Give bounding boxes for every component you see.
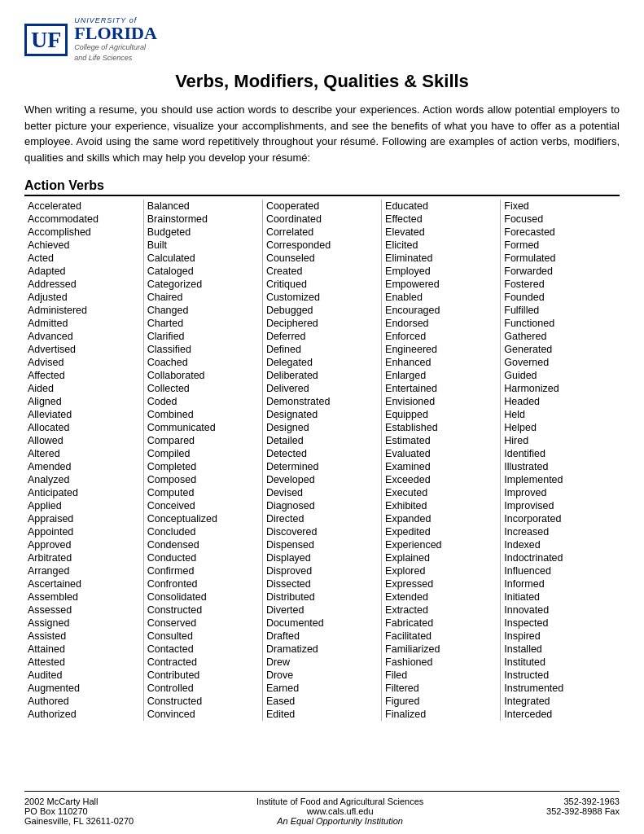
- verb-cell: Directed: [262, 512, 381, 525]
- verb-cell: Collected: [143, 382, 262, 395]
- verb-cell: Experienced: [382, 538, 501, 551]
- verb-cell: Detailed: [262, 434, 381, 447]
- verb-cell: Examined: [382, 460, 501, 473]
- verb-cell: Equipped: [382, 408, 501, 421]
- table-row: AffectedCollaboratedDeliberatedEnlargedG…: [24, 369, 620, 382]
- verb-cell: Audited: [24, 669, 143, 682]
- verb-cell: Assembled: [24, 590, 143, 604]
- verb-cell: Concluded: [143, 525, 262, 538]
- verb-cell: Facilitated: [382, 630, 501, 643]
- verb-cell: Formed: [501, 239, 620, 252]
- verb-cell: Detected: [262, 447, 381, 460]
- verb-cell: Accelerated: [24, 200, 143, 213]
- verb-cell: Augmented: [24, 682, 143, 695]
- table-row: AttainedContactedDramatizedFamiliarizedI…: [24, 643, 620, 656]
- verb-cell: Edited: [262, 708, 381, 721]
- verb-cell: Interceded: [501, 708, 620, 721]
- verb-cell: Installed: [501, 643, 620, 656]
- table-row: AddressedCategorizedCritiquedEmpoweredFo…: [24, 278, 620, 291]
- verb-cell: Confronted: [143, 577, 262, 590]
- verb-cell: Correlated: [262, 226, 381, 239]
- verb-cell: Forwarded: [501, 265, 620, 278]
- uf-logo: UF UNIVERSITY of FLORIDA College of Agri…: [24, 16, 157, 63]
- verb-cell: Built: [143, 239, 262, 252]
- verb-cell: Authorized: [24, 708, 143, 721]
- verb-cell: Assessed: [24, 604, 143, 617]
- page: UF UNIVERSITY of FLORIDA College of Agri…: [0, 0, 644, 834]
- footer-center: Institute of Food and Agricultural Scien…: [256, 797, 423, 826]
- verb-cell: Advertised: [24, 343, 143, 356]
- table-row: AugmentedControlledEarnedFilteredInstrum…: [24, 682, 620, 695]
- verb-cell: Affected: [24, 369, 143, 382]
- footer-address-2: PO Box 110270: [24, 806, 134, 816]
- verb-cell: Enhanced: [382, 356, 501, 369]
- verb-cell: Elevated: [382, 226, 501, 239]
- verb-cell: Assigned: [24, 617, 143, 630]
- verb-cell: Innovated: [501, 604, 620, 617]
- verb-cell: Created: [262, 265, 381, 278]
- verb-cell: Allowed: [24, 434, 143, 447]
- verb-cell: Indoctrinated: [501, 551, 620, 564]
- verb-cell: Communicated: [143, 421, 262, 434]
- verb-cell: Analyzed: [24, 473, 143, 486]
- table-row: AuthorizedConvincedEditedFinalizedInterc…: [24, 708, 620, 721]
- verb-cell: Drew: [262, 656, 381, 669]
- verb-cell: Dissected: [262, 577, 381, 590]
- verb-cell: Executed: [382, 486, 501, 499]
- verb-cell: Categorized: [143, 278, 262, 291]
- table-row: AlteredCompiledDetectedEvaluatedIdentifi…: [24, 447, 620, 460]
- verb-cell: Dramatized: [262, 643, 381, 656]
- verb-cell: Controlled: [143, 682, 262, 695]
- verb-cell: Forecasted: [501, 226, 620, 239]
- verb-cell: Coordinated: [262, 213, 381, 226]
- table-row: AssembledConsolidatedDistributedExtended…: [24, 590, 620, 604]
- verb-cell: Diagnosed: [262, 499, 381, 512]
- verb-cell: Contributed: [143, 669, 262, 682]
- verb-cell: Attested: [24, 656, 143, 669]
- verb-cell: Engineered: [382, 343, 501, 356]
- verb-cell: Composed: [143, 473, 262, 486]
- table-row: AssignedConservedDocumentedFabricatedIns…: [24, 617, 620, 630]
- florida-text: FLORIDA: [74, 24, 156, 42]
- verb-cell: Informed: [501, 577, 620, 590]
- verb-cell: Conceptualized: [143, 512, 262, 525]
- verb-cell: Enforced: [382, 330, 501, 343]
- verb-cell: Designed: [262, 421, 381, 434]
- verb-cell: Disproved: [262, 564, 381, 577]
- header: UF UNIVERSITY of FLORIDA College of Agri…: [24, 16, 620, 63]
- verb-cell: Advanced: [24, 330, 143, 343]
- table-row: AdministeredChangedDebuggedEncouragedFul…: [24, 304, 620, 317]
- verb-cell: Delivered: [262, 382, 381, 395]
- verb-cell: Accommodated: [24, 213, 143, 226]
- verb-cell: Budgeted: [143, 226, 262, 239]
- verb-cell: Approved: [24, 538, 143, 551]
- table-row: ArrangedConfirmedDisprovedExploredInflue…: [24, 564, 620, 577]
- verb-cell: Accomplished: [24, 226, 143, 239]
- verb-cell: Illustrated: [501, 460, 620, 473]
- table-row: AppliedConceivedDiagnosedExhibitedImprov…: [24, 499, 620, 512]
- logo-area: UF UNIVERSITY of FLORIDA College of Agri…: [24, 16, 157, 63]
- verb-cell: Brainstormed: [143, 213, 262, 226]
- verb-cell: Founded: [501, 291, 620, 304]
- section-title: Action Verbs: [24, 178, 620, 196]
- verb-cell: Deferred: [262, 330, 381, 343]
- table-row: AuthoredConstructedEasedFiguredIntegrate…: [24, 695, 620, 708]
- footer-left: 2002 McCarty Hall PO Box 110270 Gainesvi…: [24, 797, 134, 826]
- verb-cell: Aided: [24, 382, 143, 395]
- verb-cell: Drove: [262, 669, 381, 682]
- table-row: AscertainedConfrontedDissectedExpressedI…: [24, 577, 620, 590]
- table-row: AllowedComparedDetailedEstimatedHired: [24, 434, 620, 447]
- verb-cell: Combined: [143, 408, 262, 421]
- verb-cell: Advised: [24, 356, 143, 369]
- verb-cell: Appointed: [24, 525, 143, 538]
- footer-right: 352-392-1963 352-392-8988 Fax: [546, 797, 620, 826]
- verb-cell: Diverted: [262, 604, 381, 617]
- verb-cell: Held: [501, 408, 620, 421]
- verb-cell: Fostered: [501, 278, 620, 291]
- verb-cell: Encouraged: [382, 304, 501, 317]
- table-row: AlignedCodedDemonstratedEnvisionedHeaded: [24, 395, 620, 408]
- verb-cell: Conceived: [143, 499, 262, 512]
- table-row: ActedCalculatedCounseledEliminatedFormul…: [24, 252, 620, 265]
- verb-cell: Inspected: [501, 617, 620, 630]
- verb-cell: Instituted: [501, 656, 620, 669]
